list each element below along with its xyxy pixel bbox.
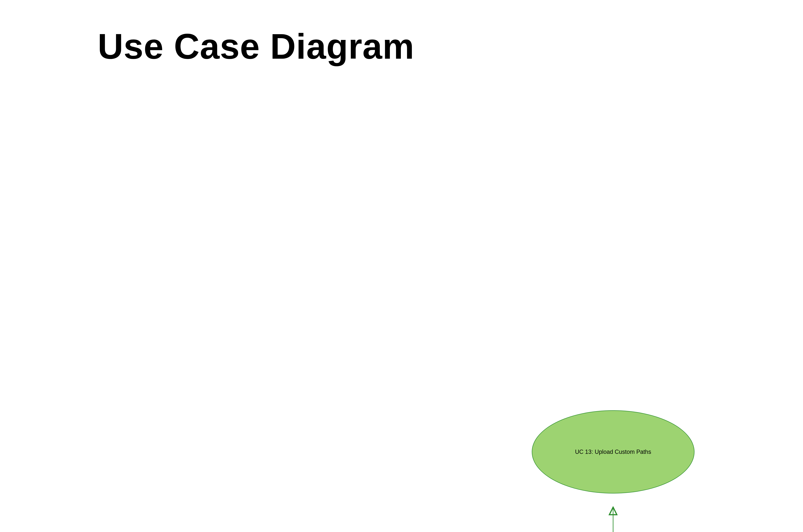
edge-actor-uc13 [613, 507, 803, 532]
usecase-uc13: UC 13: Upload Custom Paths [532, 410, 694, 494]
usecase-label: UC 13: Upload Custom Paths [573, 447, 653, 457]
